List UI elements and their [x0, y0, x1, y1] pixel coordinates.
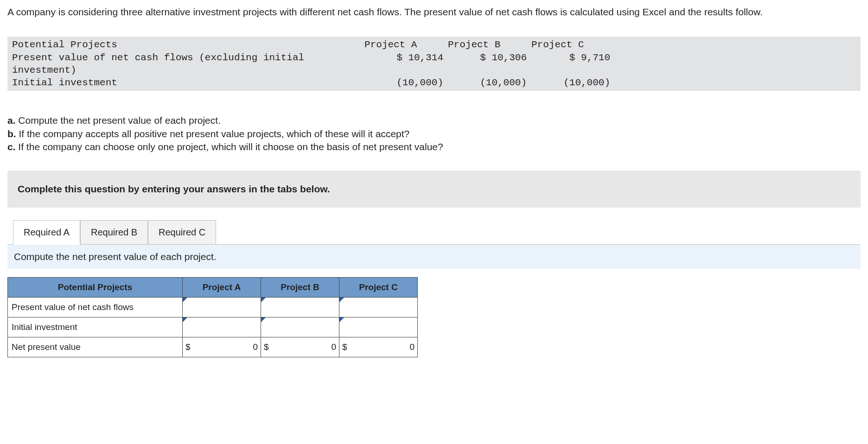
tab-required-a[interactable]: Required A [13, 220, 80, 245]
mono-init-b: (10,000) [448, 76, 531, 89]
mono-col-header-c: Project C [531, 38, 615, 51]
input-marker-icon [183, 298, 187, 302]
answer-table: Potential Projects Project A Project B P… [7, 277, 418, 357]
mono-pv-b: $ 10,306 [448, 51, 531, 77]
npv-value-c: 0 [347, 342, 415, 352]
npv-value-b: 0 [269, 342, 336, 352]
mono-pv-a: $ 10,314 [364, 51, 448, 77]
mono-col-header-a: Project A [364, 38, 448, 51]
input-marker-icon [261, 298, 266, 302]
mono-header-label: Potential Projects [12, 38, 364, 51]
dollar-sign: $ [185, 342, 191, 352]
mono-init-label: Initial investment [12, 76, 364, 89]
input-marker-icon [183, 317, 187, 322]
th-project-c: Project C [339, 277, 418, 297]
tab-subprompt: Compute the net present value of each pr… [7, 244, 861, 269]
row-npv-label: Net present value [8, 337, 183, 357]
input-init-b[interactable] [261, 317, 339, 337]
input-init-a[interactable] [183, 317, 261, 337]
npv-value-a: 0 [191, 342, 258, 352]
mono-init-a: (10,000) [364, 76, 448, 89]
row-pv-label: Present value of net cash flows [8, 297, 183, 317]
dollar-sign: $ [342, 342, 347, 352]
th-project-a: Project A [183, 277, 261, 297]
question-b: If the company accepts all positive net … [19, 128, 410, 139]
intro-text: A company is considering three alternati… [7, 6, 861, 18]
cell-npv-b: $ 0 [261, 337, 339, 357]
input-marker-icon [261, 317, 266, 322]
th-project-b: Project B [261, 277, 339, 297]
mono-col-header-b: Project B [448, 38, 531, 51]
input-pv-c[interactable] [339, 297, 418, 317]
question-a: Compute the net present value of each pr… [18, 115, 221, 126]
input-pv-a[interactable] [183, 297, 261, 317]
cell-npv-a: $ 0 [183, 337, 261, 357]
dollar-sign: $ [264, 342, 269, 352]
mono-init-c: (10,000) [531, 76, 615, 89]
th-potential-projects: Potential Projects [8, 277, 183, 297]
tab-required-b[interactable]: Required B [80, 220, 148, 245]
mono-pv-label: Present value of net cash flows (excludi… [12, 51, 364, 77]
cell-npv-c: $ 0 [339, 337, 418, 357]
tabs-row: Required A Required B Required C [13, 220, 861, 244]
input-init-c[interactable] [339, 317, 418, 337]
question-list: a. Compute the net present value of each… [7, 114, 861, 153]
input-marker-icon [339, 298, 344, 302]
prompt-bar: Complete this question by entering your … [7, 171, 861, 208]
question-c: If the company can choose only one proje… [18, 141, 443, 152]
tab-required-c[interactable]: Required C [148, 220, 216, 245]
input-pv-b[interactable] [261, 297, 339, 317]
input-marker-icon [339, 317, 344, 322]
row-init-label: Initial investment [8, 317, 183, 337]
given-data-block: Potential Projects Project A Project B P… [7, 37, 861, 91]
mono-pv-c: $ 9,710 [531, 51, 615, 77]
